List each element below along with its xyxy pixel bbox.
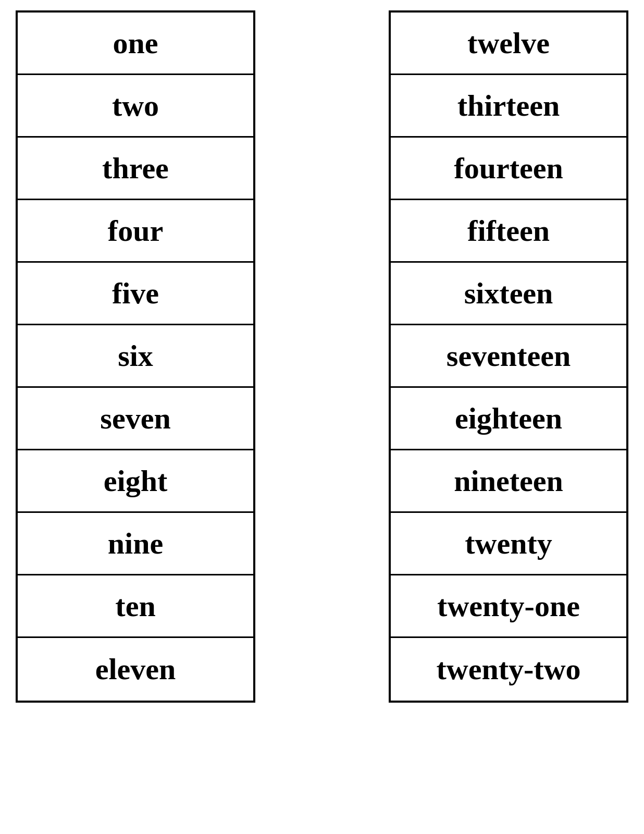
number-cell-right-12: twelve [391,13,626,75]
number-label-left-4: four [108,214,163,248]
number-label-right-13: thirteen [457,89,560,122]
number-label-right-17: seventeen [447,339,571,373]
number-cell-left-10: ten [18,575,253,638]
number-label-right-19: nineteen [454,464,563,498]
number-cell-left-5: five [18,263,253,325]
number-cell-right-18: eighteen [391,388,626,450]
number-label-right-21: twenty-one [437,590,580,623]
number-label-right-20: twenty [465,527,552,560]
right-column: twelvethirteenfourteenfifteensixteenseve… [389,10,628,703]
number-cell-left-8: eight [18,450,253,513]
number-label-right-15: fifteen [467,214,550,248]
number-cell-left-11: eleven [18,638,253,701]
number-cell-right-16: sixteen [391,263,626,325]
number-label-left-8: eight [104,464,167,498]
number-cell-left-9: nine [18,513,253,575]
number-cell-left-4: four [18,200,253,263]
number-cell-left-1: one [18,13,253,75]
number-label-left-11: eleven [95,653,176,686]
number-cell-left-7: seven [18,388,253,450]
number-cell-right-15: fifteen [391,200,626,263]
number-label-right-18: eighteen [455,402,562,435]
number-label-left-7: seven [100,402,170,435]
left-column: onetwothreefourfivesixseveneightninetene… [16,10,255,703]
number-cell-right-17: seventeen [391,325,626,388]
number-label-right-14: fourteen [454,152,563,185]
number-cell-right-20: twenty [391,513,626,575]
number-label-left-3: three [102,152,169,185]
number-cell-left-6: six [18,325,253,388]
number-label-left-9: nine [108,527,163,560]
number-label-right-16: sixteen [464,277,553,310]
page-container: onetwothreefourfivesixseveneightninetene… [16,10,628,703]
number-label-left-6: six [118,339,153,373]
number-cell-right-22: twenty-two [391,638,626,701]
number-cell-right-21: twenty-one [391,575,626,638]
number-label-left-10: ten [115,590,155,623]
number-cell-left-2: two [18,75,253,138]
number-cell-right-19: nineteen [391,450,626,513]
number-cell-left-3: three [18,138,253,200]
number-label-left-5: five [112,277,159,310]
number-label-right-22: twenty-two [436,653,580,686]
number-label-right-12: twelve [467,27,550,60]
number-cell-right-14: fourteen [391,138,626,200]
number-cell-right-13: thirteen [391,75,626,138]
number-label-left-2: two [112,89,159,122]
number-label-left-1: one [113,27,158,60]
